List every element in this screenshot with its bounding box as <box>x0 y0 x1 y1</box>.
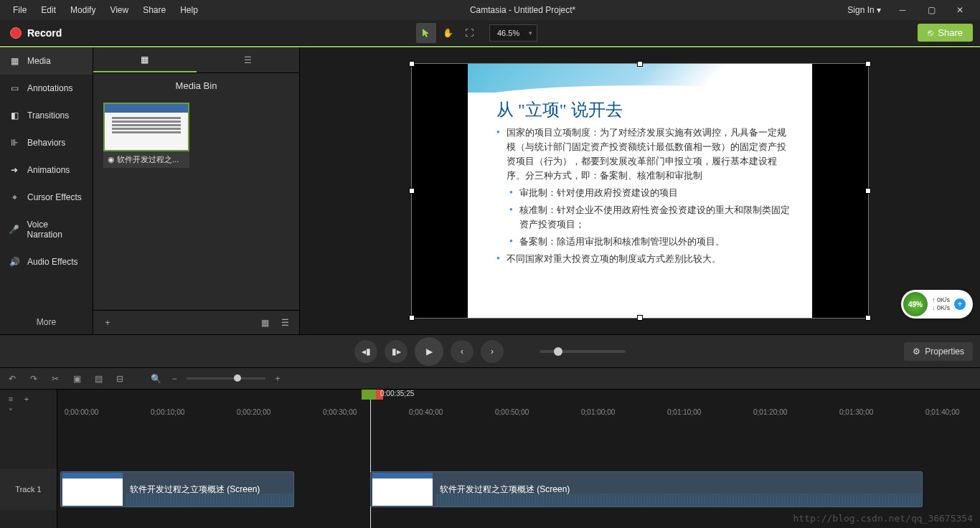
canvas[interactable]: 从 "立项" 说开去 国家的项目立项制度：为了对经济发展实施有效调控，凡具备一定… <box>300 47 980 334</box>
share-button[interactable]: ⎋ Share <box>918 24 973 42</box>
zoom-select[interactable]: 46.5% <box>489 24 537 42</box>
media-icon: ▦ <box>9 56 20 66</box>
split-button[interactable]: ⊟ <box>113 372 126 385</box>
timeline-ruler[interactable]: 0;00:00;00 0;00:10;00 0;00:20;00 0;00:30… <box>57 408 980 423</box>
mic-icon: 🎤 <box>9 225 20 235</box>
hand-tool[interactable]: ✋ <box>438 23 458 43</box>
sidebar-item-annotations[interactable]: ▭Annotations <box>0 75 93 102</box>
clip-thumb <box>372 473 433 506</box>
menu-view[interactable]: View <box>103 0 136 20</box>
slide-bullets: 国家的项目立项制度：为了对经济发展实施有效调控，凡具备一定规模（与统计部门固定资… <box>496 126 791 269</box>
sidebar-item-voice-narration[interactable]: 🎤Voice Narration <box>0 211 93 248</box>
media-tab-clips[interactable]: ▦ <box>93 47 197 72</box>
add-media-button[interactable]: + <box>98 313 118 333</box>
step-forward-button[interactable]: › <box>481 340 504 363</box>
collapse-button[interactable]: ˅ <box>4 407 17 417</box>
slide-content: 从 "立项" 说开去 国家的项目立项制度：为了对经济发展实施有效调控，凡具备一定… <box>468 64 812 318</box>
sidebar-item-cursor-effects[interactable]: ⌖Cursor Effects <box>0 184 93 211</box>
resize-handle-l[interactable] <box>409 188 415 194</box>
resize-handle-t[interactable] <box>637 61 643 67</box>
media-panel: ▦ ☰ Media Bin ◉ 软件开发过程之... + ▦ ☰ <box>93 47 300 334</box>
media-bin-title: Media Bin <box>93 73 299 98</box>
speaker-icon: 🔊 <box>9 257 20 267</box>
zoom-fit-button[interactable]: 🔍 <box>149 372 162 385</box>
annotations-icon: ▭ <box>9 83 20 93</box>
record-label: Record <box>27 27 62 39</box>
properties-button[interactable]: ⚙Properties <box>904 342 973 361</box>
preview-frame[interactable]: 从 "立项" 说开去 国家的项目立项制度：为了对经济发展实施有效调控，凡具备一定… <box>411 63 869 319</box>
paste-button[interactable]: ▤ <box>92 372 105 385</box>
copy-button[interactable]: ▣ <box>70 372 83 385</box>
track-menu-button[interactable]: ≡ <box>4 394 17 404</box>
main-area: ▦Media ▭Annotations ◧Transitions ⊪Behavi… <box>0 47 980 334</box>
net-stats: ↑ 0K/s ↓ 0K/s <box>932 296 950 312</box>
thumb-preview <box>103 103 189 151</box>
side-panel: ▦Media ▭Annotations ◧Transitions ⊪Behavi… <box>0 47 93 334</box>
track-label[interactable]: Track 1 <box>0 468 57 510</box>
menu-file[interactable]: File <box>6 0 34 20</box>
record-button[interactable]: Record <box>0 27 72 39</box>
cursor-tool[interactable] <box>416 23 436 43</box>
menu-edit[interactable]: Edit <box>34 0 63 20</box>
clip-1[interactable]: 软件开发过程之立项概述 (Screen) <box>60 471 294 507</box>
playhead-time: 0:00:35;25 <box>380 390 414 397</box>
sidebar-item-media[interactable]: ▦Media <box>0 47 93 75</box>
menu-help[interactable]: Help <box>173 0 205 20</box>
sidebar-item-behaviors[interactable]: ⊪Behaviors <box>0 129 93 156</box>
redo-button[interactable]: ↷ <box>27 372 40 385</box>
media-thumb[interactable]: ◉ 软件开发过程之... <box>103 103 189 168</box>
main-toolbar: Record ✋ ⛶ 46.5% ⎋ Share <box>0 20 980 46</box>
sidebar-item-animations[interactable]: ➜Animations <box>0 156 93 184</box>
net-add-button[interactable]: + <box>954 298 966 310</box>
next-frame-button[interactable]: ▮▸ <box>385 340 407 363</box>
share-icon: ⎋ <box>928 27 933 38</box>
net-percent: 49% <box>903 292 928 316</box>
transitions-icon: ◧ <box>9 110 20 121</box>
window-close[interactable]: ✕ <box>946 0 974 20</box>
resize-handle-tr[interactable] <box>865 61 871 67</box>
resize-handle-b[interactable] <box>637 315 643 321</box>
app-title: Camtasia - Untitled Project* <box>205 5 840 15</box>
playback-bar: ◂▮ ▮▸ ▶ ‹ › ⚙Properties <box>0 334 980 367</box>
crop-tool[interactable]: ⛶ <box>459 23 479 43</box>
menu-share[interactable]: Share <box>136 0 173 20</box>
resize-handle-bl[interactable] <box>409 315 415 321</box>
menu-modify[interactable]: Modify <box>63 0 103 20</box>
slide-title: 从 "立项" 说开去 <box>496 98 623 121</box>
thumb-caption: ◉ 软件开发过程之... <box>103 151 189 168</box>
resize-handle-r[interactable] <box>865 188 871 194</box>
behaviors-icon: ⊪ <box>9 138 20 148</box>
resize-handle-tl[interactable] <box>409 61 415 67</box>
step-back-button[interactable]: ‹ <box>451 340 473 363</box>
prev-frame-button[interactable]: ◂▮ <box>354 340 377 363</box>
record-icon <box>10 27 22 39</box>
undo-button[interactable]: ↶ <box>6 372 19 385</box>
window-maximize[interactable]: ▢ <box>917 0 946 20</box>
zoom-slider[interactable] <box>187 377 265 380</box>
clip-thumb <box>62 473 123 506</box>
network-overlay[interactable]: 49% ↑ 0K/s ↓ 0K/s + <box>901 290 973 319</box>
watermark: http://blog.csdn.net/qq_36675354 <box>793 513 973 524</box>
timeline-toolbar: ↶ ↷ ✂ ▣ ▤ ⊟ 🔍 − + <box>0 367 980 389</box>
animations-icon: ➜ <box>9 165 20 175</box>
play-button[interactable]: ▶ <box>415 337 443 366</box>
zoom-out-button[interactable]: − <box>168 372 181 385</box>
grid-view-button[interactable]: ▦ <box>255 313 275 333</box>
resize-handle-br[interactable] <box>865 315 871 321</box>
media-tab-library[interactable]: ☰ <box>197 47 300 72</box>
list-view-button[interactable]: ☰ <box>275 313 295 333</box>
window-minimize[interactable]: ─ <box>888 0 917 20</box>
add-track-button[interactable]: + <box>20 394 33 404</box>
cut-button[interactable]: ✂ <box>49 372 62 385</box>
sidebar-item-audio-effects[interactable]: 🔊Audio Effects <box>0 248 93 275</box>
sidebar-item-transitions[interactable]: ◧Transitions <box>0 102 93 129</box>
gear-icon: ⚙ <box>913 346 920 357</box>
clip-2[interactable]: 软件开发过程之立项概述 (Screen) <box>370 471 923 507</box>
sign-in[interactable]: Sign In ▾ <box>840 5 888 15</box>
sidebar-more[interactable]: More <box>0 310 93 334</box>
timeline: ≡+ ˅ 0;00:00;00 0;00:10;00 0;00:20;00 0;… <box>0 389 980 528</box>
menu-bar: File Edit Modify View Share Help Camtasi… <box>0 0 980 20</box>
volume-slider[interactable] <box>540 350 626 353</box>
zoom-in-button[interactable]: + <box>271 372 284 385</box>
share-label: Share <box>938 27 963 38</box>
